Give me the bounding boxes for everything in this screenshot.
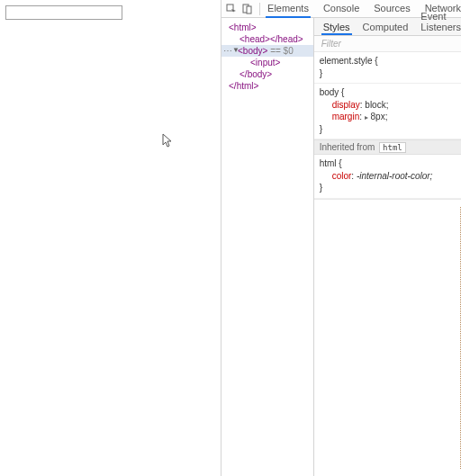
dom-node-body-close[interactable]: </body> [221,68,313,80]
svg-rect-2 [247,6,251,13]
styles-pane: Styles Computed Event Listeners Filter e… [314,18,461,476]
styles-filter-input[interactable]: Filter [314,36,461,52]
page-viewport [0,0,221,476]
dom-tree[interactable]: <html> <head></head> ▼<body> == $0 <inpu… [221,18,314,476]
toolbar-separator [259,3,260,15]
css-rules: element.style { } body { display: block;… [314,52,461,199]
dom-node-html-close[interactable]: </html> [221,80,313,92]
inspect-icon[interactable] [225,1,238,17]
rule-body[interactable]: body { display: block; margin: ▸ 8px; } [314,84,461,139]
device-toggle-icon[interactable] [241,1,254,17]
tab-elements[interactable]: Elements [267,0,309,17]
expand-icon[interactable]: ▸ [365,113,368,121]
page-text-input[interactable] [5,5,122,20]
sub-tab-computed[interactable]: Computed [363,22,409,35]
rule-html[interactable]: html { color: -internal-root-color; } [314,155,461,199]
tab-sources[interactable]: Sources [374,0,410,17]
tab-console[interactable]: Console [323,0,359,17]
dom-node-head[interactable]: <head></head> [221,33,313,45]
sub-tab-event-listeners[interactable]: Event Listeners [420,11,461,35]
box-model-area [314,199,461,476]
inherited-from-tag[interactable]: html [379,142,406,153]
dom-node-html[interactable]: <html> [221,22,313,33]
rule-element-style[interactable]: element.style { } [314,52,461,84]
styles-sub-tabs: Styles Computed Event Listeners [314,18,461,36]
dom-node-input[interactable]: <input> [221,57,313,68]
devtools-panes: <html> <head></head> ▼<body> == $0 <inpu… [221,18,461,476]
mouse-cursor-icon [162,133,173,149]
dom-node-body-selected[interactable]: ▼<body> == $0 [221,45,313,57]
inherited-from-bar: Inherited from html [314,139,461,155]
caret-down-icon: ▼ [232,46,240,54]
devtools-panel: Elements Console Sources Network <html> … [221,0,461,476]
sub-tab-styles[interactable]: Styles [323,22,350,35]
